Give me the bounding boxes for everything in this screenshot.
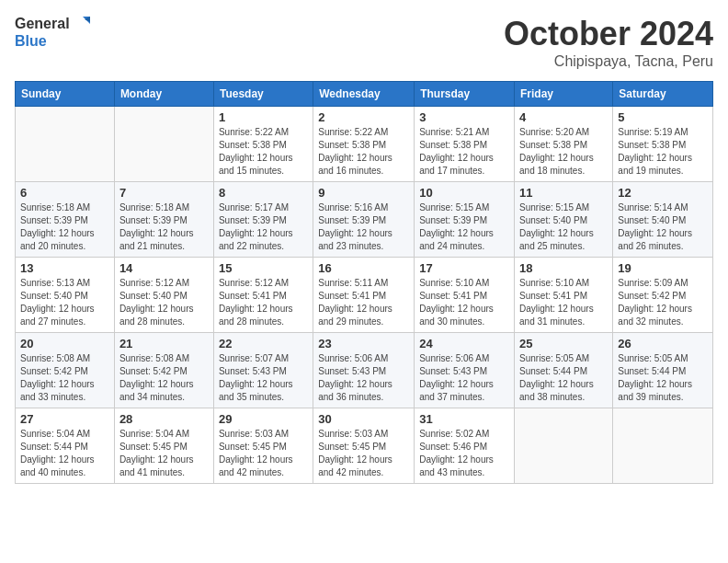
calendar-table: SundayMondayTuesdayWednesdayThursdayFrid… [15,81,713,484]
day-number: 5 [618,110,708,124]
calendar-cell: 30 Sunrise: 5:03 AMSunset: 5:45 PMDaylig… [313,408,415,484]
calendar-cell: 10 Sunrise: 5:15 AMSunset: 5:39 PMDaylig… [415,182,515,258]
calendar-cell: 5 Sunrise: 5:19 AMSunset: 5:38 PMDayligh… [613,107,713,182]
calendar-cell: 9 Sunrise: 5:16 AMSunset: 5:39 PMDayligh… [313,182,415,258]
day-info: Sunrise: 5:11 AMSunset: 5:41 PMDaylight:… [318,278,392,327]
calendar-week-row: 20 Sunrise: 5:08 AMSunset: 5:42 PMDaylig… [16,333,713,408]
calendar-cell: 14 Sunrise: 5:12 AMSunset: 5:40 PMDaylig… [114,258,213,333]
day-info: Sunrise: 5:10 AMSunset: 5:41 PMDaylight:… [419,278,494,327]
logo-line2: Blue [15,33,47,50]
calendar-cell: 8 Sunrise: 5:17 AMSunset: 5:39 PMDayligh… [213,182,313,258]
calendar-cell [16,107,115,182]
day-info: Sunrise: 5:08 AMSunset: 5:42 PMDaylight:… [20,353,95,402]
logo-line1: General [15,16,70,32]
calendar-cell: 19 Sunrise: 5:09 AMSunset: 5:42 PMDaylig… [613,258,713,333]
day-info: Sunrise: 5:06 AMSunset: 5:43 PMDaylight:… [318,353,392,402]
day-number: 4 [519,110,608,124]
day-info: Sunrise: 5:15 AMSunset: 5:39 PMDaylight:… [419,202,494,251]
logo-bird-icon [72,15,90,33]
day-number: 24 [419,337,509,350]
day-info: Sunrise: 5:21 AMSunset: 5:38 PMDaylight:… [419,127,494,176]
calendar-cell: 1 Sunrise: 5:22 AMSunset: 5:38 PMDayligh… [213,107,313,182]
weekday-header-row: SundayMondayTuesdayWednesdayThursdayFrid… [16,82,713,107]
day-number: 3 [419,110,509,124]
day-info: Sunrise: 5:04 AMSunset: 5:44 PMDaylight:… [20,429,95,477]
calendar-cell: 24 Sunrise: 5:06 AMSunset: 5:43 PMDaylig… [415,333,515,408]
day-info: Sunrise: 5:16 AMSunset: 5:39 PMDaylight:… [318,202,392,251]
day-number: 6 [20,186,109,200]
calendar-cell: 25 Sunrise: 5:05 AMSunset: 5:44 PMDaylig… [515,333,613,408]
day-info: Sunrise: 5:03 AMSunset: 5:45 PMDaylight:… [318,429,392,477]
calendar-cell: 17 Sunrise: 5:10 AMSunset: 5:41 PMDaylig… [415,258,515,333]
day-number: 8 [219,186,308,200]
day-info: Sunrise: 5:17 AMSunset: 5:39 PMDaylight:… [219,202,293,251]
day-number: 27 [20,412,109,426]
day-number: 25 [519,337,608,350]
calendar-cell [613,408,713,484]
day-number: 26 [618,337,708,350]
day-info: Sunrise: 5:19 AMSunset: 5:38 PMDaylight:… [618,127,692,176]
day-number: 17 [419,261,509,275]
day-number: 1 [219,110,308,124]
day-info: Sunrise: 5:20 AMSunset: 5:38 PMDaylight:… [519,127,594,176]
day-info: Sunrise: 5:22 AMSunset: 5:38 PMDaylight:… [219,127,293,176]
day-number: 16 [318,261,409,275]
calendar-cell: 15 Sunrise: 5:12 AMSunset: 5:41 PMDaylig… [213,258,313,333]
weekday-header: Wednesday [313,82,415,107]
day-number: 18 [519,261,608,275]
day-info: Sunrise: 5:14 AMSunset: 5:40 PMDaylight:… [618,202,692,251]
weekday-header: Saturday [613,82,713,107]
day-number: 11 [519,186,608,200]
day-info: Sunrise: 5:04 AMSunset: 5:45 PMDaylight:… [119,429,194,477]
day-number: 30 [318,412,409,426]
day-number: 9 [318,186,409,200]
calendar-cell: 27 Sunrise: 5:04 AMSunset: 5:44 PMDaylig… [16,408,115,484]
weekday-header: Friday [515,82,613,107]
calendar-week-row: 13 Sunrise: 5:13 AMSunset: 5:40 PMDaylig… [16,258,713,333]
day-info: Sunrise: 5:15 AMSunset: 5:40 PMDaylight:… [519,202,594,251]
day-info: Sunrise: 5:06 AMSunset: 5:43 PMDaylight:… [419,353,494,402]
calendar-cell: 18 Sunrise: 5:10 AMSunset: 5:41 PMDaylig… [515,258,613,333]
location-subtitle: Chipispaya, Tacna, Peru [504,53,713,70]
day-number: 15 [219,261,308,275]
weekday-header: Thursday [415,82,515,107]
month-title: October 2024 [504,15,713,53]
day-number: 28 [119,412,209,426]
day-number: 10 [419,186,509,200]
day-info: Sunrise: 5:13 AMSunset: 5:40 PMDaylight:… [20,278,95,327]
day-number: 22 [219,337,308,350]
calendar-week-row: 6 Sunrise: 5:18 AMSunset: 5:39 PMDayligh… [16,182,713,258]
calendar-cell: 12 Sunrise: 5:14 AMSunset: 5:40 PMDaylig… [613,182,713,258]
calendar-cell: 29 Sunrise: 5:03 AMSunset: 5:45 PMDaylig… [213,408,313,484]
page-header: General Blue October 2024 Chipispaya, Ta… [15,15,713,70]
calendar-cell: 16 Sunrise: 5:11 AMSunset: 5:41 PMDaylig… [313,258,415,333]
calendar-cell: 22 Sunrise: 5:07 AMSunset: 5:43 PMDaylig… [213,333,313,408]
day-info: Sunrise: 5:05 AMSunset: 5:44 PMDaylight:… [519,353,594,402]
calendar-cell: 23 Sunrise: 5:06 AMSunset: 5:43 PMDaylig… [313,333,415,408]
day-number: 19 [618,261,708,275]
day-number: 29 [219,412,308,426]
logo: General Blue [15,15,90,50]
calendar-cell [114,107,213,182]
day-number: 23 [318,337,409,350]
calendar-cell: 4 Sunrise: 5:20 AMSunset: 5:38 PMDayligh… [515,107,613,182]
day-number: 2 [318,110,409,124]
calendar-cell: 21 Sunrise: 5:08 AMSunset: 5:42 PMDaylig… [114,333,213,408]
day-info: Sunrise: 5:08 AMSunset: 5:42 PMDaylight:… [119,353,194,402]
day-info: Sunrise: 5:10 AMSunset: 5:41 PMDaylight:… [519,278,594,327]
day-info: Sunrise: 5:07 AMSunset: 5:43 PMDaylight:… [219,353,293,402]
day-info: Sunrise: 5:12 AMSunset: 5:41 PMDaylight:… [219,278,293,327]
calendar-cell: 2 Sunrise: 5:22 AMSunset: 5:38 PMDayligh… [313,107,415,182]
calendar-cell [515,408,613,484]
day-number: 31 [419,412,509,426]
calendar-cell: 6 Sunrise: 5:18 AMSunset: 5:39 PMDayligh… [16,182,115,258]
weekday-header: Sunday [16,82,115,107]
day-number: 20 [20,337,109,350]
day-info: Sunrise: 5:03 AMSunset: 5:45 PMDaylight:… [219,429,293,477]
calendar-cell: 11 Sunrise: 5:15 AMSunset: 5:40 PMDaylig… [515,182,613,258]
day-info: Sunrise: 5:02 AMSunset: 5:46 PMDaylight:… [419,429,494,477]
title-area: October 2024 Chipispaya, Tacna, Peru [504,15,713,70]
day-number: 21 [119,337,209,350]
calendar-week-row: 27 Sunrise: 5:04 AMSunset: 5:44 PMDaylig… [16,408,713,484]
day-number: 13 [20,261,109,275]
